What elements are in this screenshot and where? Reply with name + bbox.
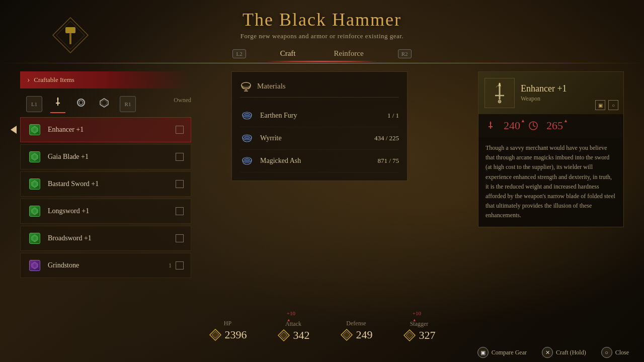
detail-icon-1[interactable]: ▣ [595,100,605,110]
materials-label: Materials [257,82,286,90]
action-bar: ▣Compare Gear✕Craft (Hold)○Close [0,347,644,358]
right-panel: Enhancer +1 Weapon ▣ ○ [478,71,624,337]
speed-stat-icon [528,121,538,131]
svg-point-8 [79,101,83,105]
item-checkbox [176,180,184,188]
svg-point-29 [245,136,250,139]
detail-icon-2[interactable]: ○ [608,100,618,110]
item-icon [28,150,42,164]
attack-value: 342 [293,329,310,342]
item-row[interactable]: Enhancer +1 [20,117,191,142]
item-row[interactable]: Gaia Blade +1 [20,144,191,169]
item-icon [28,231,42,245]
item-row[interactable]: Bastard Sword +1 [20,171,191,197]
tab-underline [267,61,377,62]
item-checkbox [176,207,184,215]
green-gem-icon [29,178,40,190]
item-icon [28,177,42,191]
material-icon [240,109,254,123]
detail-item-name: Enhancer +1 [521,83,567,94]
detail-header: Enhancer +1 Weapon ▣ ○ [478,72,623,114]
item-row[interactable]: Grindstone1 [20,253,191,278]
attack-stat: 240 ▲ [504,119,520,132]
green-gem-icon [29,124,40,135]
defense-diamond-icon [340,328,353,341]
svg-marker-47 [280,332,287,339]
item-row[interactable]: Broadsword +1 [20,226,191,251]
left-panel: Craftable Items L1 [20,71,221,337]
attack-stat-icon [486,121,496,131]
speed-arrow: ▲ [564,118,568,123]
attack-change: +10 ▲ [287,310,295,322]
svg-marker-45 [212,331,219,338]
green-gem-icon [29,206,40,217]
category-gem-icon[interactable] [97,95,112,113]
category-ring-icon[interactable] [73,95,89,113]
material-name: Magicked Ash [260,157,377,165]
svg-marker-51 [406,332,413,339]
materials-box: Materials Earthen Fury1 / 1 Wyrrite434 /… [231,71,408,181]
item-name: Broadsword +1 [48,234,172,242]
item-icon [28,258,42,273]
item-checkbox [176,234,184,242]
svg-line-36 [496,85,498,87]
svg-marker-49 [343,331,350,338]
craftable-header: Craftable Items [20,71,191,88]
item-checkbox [176,126,184,134]
svg-rect-2 [65,27,75,33]
category-weapon-icon[interactable] [50,95,65,113]
detail-description: Though a savvy merchant would have you b… [478,137,623,227]
tab-reinforce[interactable]: Reinforce [330,47,368,60]
stats-row: 240 ▲ 265 ▲ [478,114,623,137]
header: The Black Hammer Forge new weapons and a… [0,0,644,40]
action-label: Close [615,349,629,356]
item-name: Grindstone [48,261,169,269]
green-gem-icon [29,233,40,244]
tab-r2-hint: R2 [398,49,412,58]
svg-line-43 [533,126,535,127]
green-gem-icon [29,151,40,162]
material-count: 871 / 75 [377,157,399,165]
category-next-btn[interactable]: R1 [120,96,136,112]
page-title: The Black Hammer [0,9,644,30]
item-checkbox [176,261,184,269]
speed-value: 265 [546,119,563,132]
action-button[interactable]: ▣ [477,347,489,358]
stat-hp: HP 2396 [209,320,247,341]
category-row: L1 [20,93,221,117]
item-name: Enhancer +1 [48,126,172,134]
detail-card: Enhancer +1 Weapon ▣ ○ [478,71,624,227]
item-name: Longsword +1 [48,207,172,215]
tab-l2-hint: L2 [232,49,246,58]
center-panel: Materials Earthen Fury1 / 1 Wyrrite434 /… [221,71,478,337]
action-item[interactable]: ▣Compare Gear [477,347,527,358]
svg-point-31 [245,159,250,161]
material-icon [240,154,254,168]
hp-label: HP [224,320,231,327]
stagger-diamond-icon [403,329,416,342]
item-icon [28,123,42,137]
action-item[interactable]: ✕Craft (Hold) [542,347,586,358]
detail-item-image [485,78,515,108]
category-prev-btn[interactable]: L1 [26,96,42,112]
svg-rect-3 [69,33,71,44]
r1-label: R1 [125,101,131,107]
stagger-value: 327 [419,329,436,342]
svg-point-35 [498,100,501,103]
item-row[interactable]: Longsword +1 [20,199,191,224]
stat-attack: +10 ▲ Attack 342 [277,319,310,342]
detail-info: Enhancer +1 Weapon [521,83,567,103]
material-name: Earthen Fury [260,112,387,120]
craftable-label: Craftable Items [34,76,74,84]
defense-label: Defense [346,320,366,327]
purple-gem-icon [29,260,40,271]
speed-stat: 265 ▲ [546,119,563,132]
page-subtitle: Forge new weapons and armor or reinforce… [0,32,644,40]
action-button[interactable]: ○ [601,347,612,358]
stagger-change: +10 ▲ [413,310,421,322]
tab-craft[interactable]: Craft [276,47,300,60]
action-item[interactable]: ○Close [601,347,629,358]
action-button[interactable]: ✕ [542,347,553,358]
attack-value: 240 [504,119,520,132]
detail-item-type: Weapon [521,95,567,103]
